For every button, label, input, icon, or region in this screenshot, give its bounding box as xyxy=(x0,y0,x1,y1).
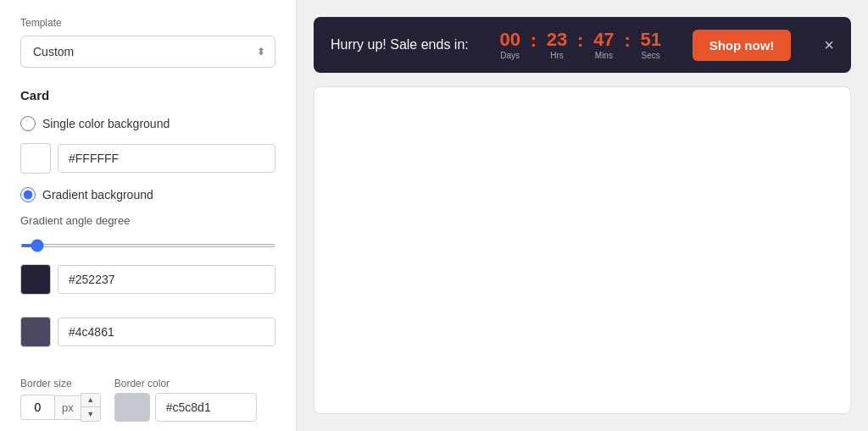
timer-mins: 47 Mins xyxy=(585,30,622,60)
gradient-angle-slider[interactable] xyxy=(20,244,275,247)
single-color-row: Single color background xyxy=(20,116,275,131)
timer-hrs-value: 23 xyxy=(547,30,567,49)
shop-now-button[interactable]: Shop now! xyxy=(693,30,792,61)
gradient-color1-row xyxy=(20,264,275,295)
gradient-color2-swatch[interactable] xyxy=(20,317,51,347)
border-stepper-up[interactable]: ▲ xyxy=(81,394,100,407)
banner-close-button[interactable]: × xyxy=(824,36,834,53)
border-section: Border size px ▲ ▼ Border color xyxy=(20,378,275,422)
gradient-label[interactable]: Gradient background xyxy=(42,188,153,202)
border-size-group: Border size px ▲ ▼ xyxy=(20,378,101,422)
timer-days-value: 00 xyxy=(499,30,520,49)
gradient-angle-label: Gradient angle degree xyxy=(20,214,275,227)
border-size-input[interactable] xyxy=(20,395,54,420)
border-px-label: px xyxy=(54,395,81,420)
single-color-input-row xyxy=(20,143,275,174)
gradient-color1-input[interactable] xyxy=(58,265,275,294)
single-color-hex-input[interactable] xyxy=(58,144,275,173)
single-color-swatch[interactable] xyxy=(20,143,51,174)
timer-hrs-label: Hrs xyxy=(550,51,564,60)
border-size-label: Border size xyxy=(20,378,101,390)
timer-secs: 51 Secs xyxy=(632,30,670,60)
template-select[interactable]: Custom xyxy=(20,36,275,68)
preview-card xyxy=(314,86,851,414)
template-select-wrapper: Custom ⬍ xyxy=(20,36,275,68)
gradient-color1-swatch[interactable] xyxy=(20,264,51,295)
border-stepper-down[interactable]: ▼ xyxy=(81,407,100,421)
gradient-color2-row xyxy=(20,317,275,347)
border-color-swatch[interactable] xyxy=(114,393,150,422)
timer-days-label: Days xyxy=(500,51,520,60)
single-color-radio[interactable] xyxy=(20,116,36,131)
card-section-title: Card xyxy=(20,88,275,102)
timer-colon-2: : xyxy=(576,30,585,52)
gradient-colors xyxy=(20,264,275,361)
border-stepper: ▲ ▼ xyxy=(81,393,101,422)
timer-section: 00 Days : 23 Hrs : 47 Mins : 51 Secs xyxy=(492,30,670,60)
border-color-label: Border color xyxy=(114,378,257,390)
timer-secs-label: Secs xyxy=(642,51,660,60)
right-panel: Hurry up! Sale ends in: 00 Days : 23 Hrs… xyxy=(297,0,868,431)
template-label: Template xyxy=(20,17,275,29)
gradient-radio[interactable] xyxy=(20,187,36,202)
timer-days: 00 Days xyxy=(492,30,529,60)
single-color-label[interactable]: Single color background xyxy=(42,117,170,130)
gradient-angle-slider-wrapper xyxy=(20,235,275,251)
left-panel: Template Custom ⬍ Card Single color back… xyxy=(0,0,297,431)
banner-text: Hurry up! Sale ends in: xyxy=(331,37,469,52)
timer-secs-value: 51 xyxy=(640,30,660,49)
border-color-row xyxy=(114,393,257,422)
border-color-input[interactable] xyxy=(155,393,257,422)
banner: Hurry up! Sale ends in: 00 Days : 23 Hrs… xyxy=(314,17,851,73)
gradient-color2-input[interactable] xyxy=(58,318,275,346)
border-color-group: Border color xyxy=(114,378,257,422)
timer-mins-label: Mins xyxy=(595,51,613,60)
timer-mins-value: 47 xyxy=(593,30,614,49)
timer-colon-1: : xyxy=(529,30,538,52)
gradient-radio-row: Gradient background xyxy=(20,187,275,202)
timer-hrs: 23 Hrs xyxy=(538,30,576,60)
border-size-input-row: px ▲ ▼ xyxy=(20,393,101,422)
timer-colon-3: : xyxy=(622,30,632,52)
